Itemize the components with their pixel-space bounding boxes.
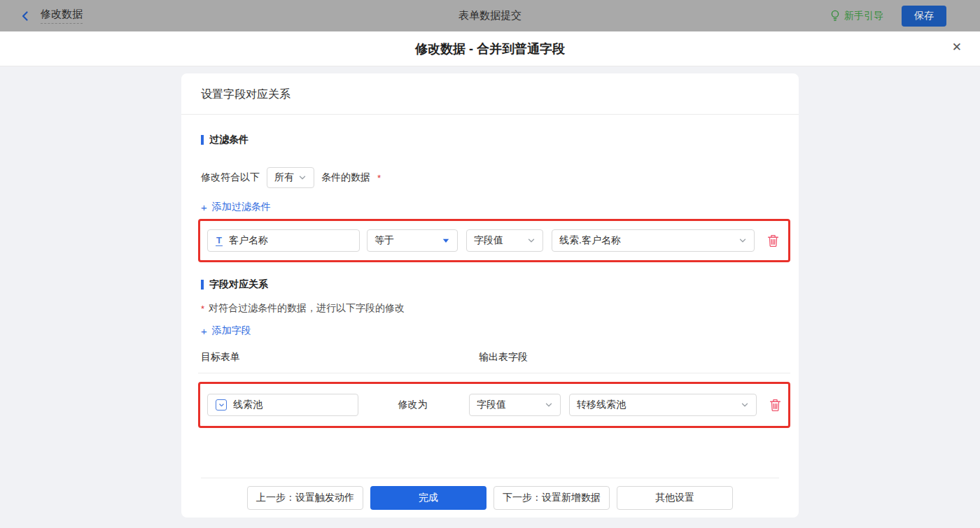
modal-header: 修改数据 - 合并到普通字段 ✕ <box>0 31 980 66</box>
required-asterisk: * <box>201 304 204 314</box>
back-label[interactable]: 修改数据 <box>41 8 83 24</box>
condition-prefix-label: 修改符合以下 <box>201 171 260 184</box>
topbar-actions: 新手引导 保存 <box>830 6 946 27</box>
prev-step-button[interactable]: 上一步：设置触发动作 <box>247 486 363 510</box>
close-icon[interactable]: ✕ <box>952 41 962 53</box>
chevron-down-icon <box>741 401 749 409</box>
mapping-value-type: 字段值 <box>477 399 506 411</box>
header-divider <box>198 373 790 373</box>
mapping-table-headers: 目标表单 输出表字段 <box>201 351 779 364</box>
filter-rule-row: T 客户名称 等于 字段值 线索.客户名称 <box>198 219 790 262</box>
chevron-down-icon <box>527 236 536 245</box>
add-field-label: 添加字段 <box>212 324 251 337</box>
target-field-value: 线索池 <box>233 399 262 411</box>
filter-field-input[interactable]: T 客户名称 <box>207 229 360 252</box>
next-step-button[interactable]: 下一步：设置新增数据 <box>493 486 610 510</box>
chevron-down-icon <box>545 401 553 409</box>
delete-filter-button[interactable] <box>767 234 779 248</box>
target-field-input[interactable]: 线索池 <box>207 394 358 416</box>
delete-mapping-button[interactable] <box>769 399 781 412</box>
modify-to-label: 修改为 <box>398 399 431 411</box>
required-asterisk: * <box>377 173 381 183</box>
target-form-column-header: 目标表单 <box>201 351 240 362</box>
filter-field-value: 客户名称 <box>229 234 268 247</box>
filter-section-label: 过滤条件 <box>209 134 248 146</box>
done-button[interactable]: 完成 <box>370 486 486 510</box>
topbar: 修改数据 表单数据提交 新手引导 保存 <box>0 0 980 31</box>
add-filter-condition-link[interactable]: + 添加过滤条件 <box>201 201 271 213</box>
chevron-down-icon <box>738 236 747 245</box>
add-field-link[interactable]: + 添加字段 <box>201 324 251 337</box>
mapping-section-title: 字段对应关系 <box>201 278 779 291</box>
screen: 修改数据 表单数据提交 新手引导 保存 修改数据 - 合并到普通字段 ✕ 设置字… <box>0 0 980 528</box>
settings-card: 设置字段对应关系 过滤条件 修改符合以下 所有 条件的数据 * <box>181 73 799 518</box>
operator-select[interactable]: 等于 <box>367 229 458 252</box>
output-field-column-header: 输出表字段 <box>479 351 528 364</box>
filter-value: 线索.客户名称 <box>559 234 621 247</box>
mapping-value-type-select[interactable]: 字段值 <box>469 394 561 416</box>
other-settings-button[interactable]: 其他设置 <box>617 486 733 510</box>
section-accent-bar <box>201 280 204 290</box>
filter-value-type-select[interactable]: 字段值 <box>466 229 543 252</box>
trash-icon <box>769 399 781 412</box>
modal-title: 修改数据 - 合并到普通字段 <box>415 41 565 57</box>
plus-icon: + <box>201 201 207 213</box>
filter-section-title: 过滤条件 <box>201 134 779 146</box>
filter-condition-row: 修改符合以下 所有 条件的数据 * <box>201 167 779 188</box>
mapping-rule-row: 线索池 修改为 字段值 转移线索池 <box>198 382 790 428</box>
card-header-title: 设置字段对应关系 <box>181 73 799 115</box>
chevron-left-icon[interactable] <box>20 10 31 22</box>
section-accent-bar <box>201 135 204 145</box>
card-footer: 上一步：设置触发动作 完成 下一步：设置新增数据 其他设置 <box>201 478 779 518</box>
back-navigation[interactable]: 修改数据 <box>20 8 83 24</box>
mapping-value: 转移线索池 <box>577 399 626 411</box>
condition-suffix-label: 条件的数据 <box>321 171 370 184</box>
mapping-section-label: 字段对应关系 <box>209 278 268 291</box>
mapping-description-row: * 对符合过滤条件的数据，进行以下字段的修改 <box>201 302 779 315</box>
modal-body: 设置字段对应关系 过滤条件 修改符合以下 所有 条件的数据 * <box>0 66 980 528</box>
add-filter-condition-label: 添加过滤条件 <box>212 201 271 213</box>
beginner-guide-label: 新手引导 <box>844 10 883 22</box>
mapping-value-select[interactable]: 转移线索池 <box>569 394 757 416</box>
text-field-icon: T <box>216 236 223 246</box>
operator-value: 等于 <box>374 234 394 247</box>
chevron-down-icon <box>298 173 307 182</box>
card-content: 过滤条件 修改符合以下 所有 条件的数据 * + 添加过滤条件 <box>181 115 799 518</box>
filter-value-select[interactable]: 线索.客户名称 <box>552 229 755 252</box>
save-button[interactable]: 保存 <box>902 6 946 27</box>
beginner-guide-link[interactable]: 新手引导 <box>830 10 883 22</box>
filter-value-type: 字段值 <box>474 234 503 247</box>
caret-down-icon <box>442 236 450 245</box>
match-mode-value: 所有 <box>274 171 294 184</box>
trash-icon <box>767 234 779 248</box>
mapping-description: 对符合过滤条件的数据，进行以下字段的修改 <box>209 302 405 315</box>
lightbulb-icon <box>830 10 840 22</box>
plus-icon: + <box>201 325 207 337</box>
match-mode-select[interactable]: 所有 <box>267 167 314 188</box>
select-field-icon <box>216 399 227 411</box>
